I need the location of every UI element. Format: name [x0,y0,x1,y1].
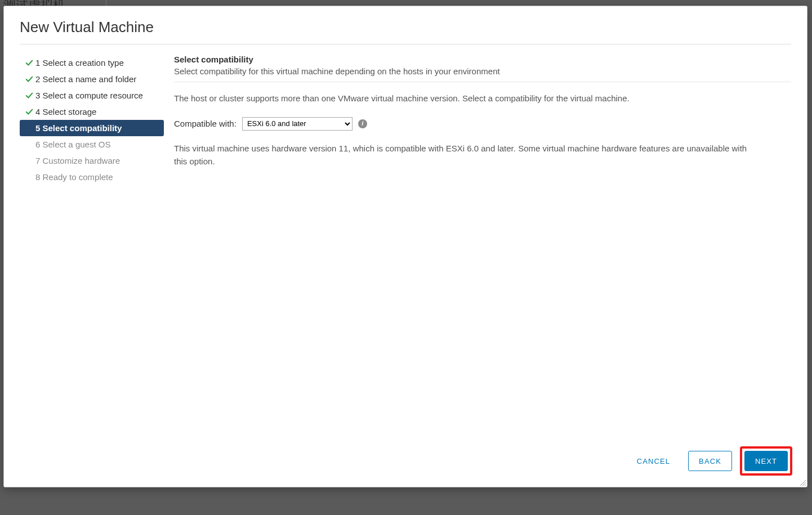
dialog-footer: CANCEL BACK NEXT [4,438,807,487]
dialog-title: New Virtual Machine [4,6,807,44]
compatibility-label: Compatible with: [174,119,237,128]
section-subheading: Select compatibility for this virtual ma… [174,66,791,76]
highlight-annotation: NEXT [740,446,792,476]
check-icon [25,92,35,100]
cancel-button[interactable]: CANCEL [627,451,680,471]
wizard-step-8: 8 Ready to complete [20,169,164,185]
step-label: 7 Customize hardware [35,156,120,165]
section-heading: Select compatibility [174,55,791,64]
compatibility-description: This virtual machine uses hardware versi… [174,142,748,168]
step-label: 6 Select a guest OS [35,140,110,149]
wizard-step-2[interactable]: 2 Select a name and folder [20,71,164,87]
step-label: 5 Select compatibility [35,123,122,133]
back-button[interactable]: BACK [688,451,732,471]
wizard-content: Select compatibility Select compatibilit… [164,44,791,438]
wizard-step-5[interactable]: 5 Select compatibility [20,120,164,136]
dialog-body: 1 Select a creation type2 Select a name … [4,44,807,438]
new-vm-dialog: New Virtual Machine 1 Select a creation … [3,6,807,487]
info-icon[interactable]: i [358,119,367,128]
intro-text: The host or cluster supports more than o… [174,92,791,105]
wizard-step-1[interactable]: 1 Select a creation type [20,55,164,71]
step-label: 2 Select a name and folder [35,74,136,84]
wizard-step-6: 6 Select a guest OS [20,136,164,153]
wizard-step-4[interactable]: 4 Select storage [20,104,164,120]
next-button[interactable]: NEXT [744,451,788,471]
step-label: 8 Ready to complete [35,172,113,182]
check-icon [25,75,35,83]
step-label: 3 Select a compute resource [35,91,143,100]
step-label: 4 Select storage [35,107,96,117]
step-label: 1 Select a creation type [35,58,124,68]
wizard-steps: 1 Select a creation type2 Select a name … [20,44,164,438]
wizard-step-3[interactable]: 3 Select a compute resource [20,87,164,104]
check-icon [25,59,35,67]
check-icon [25,108,35,116]
divider [174,82,791,82]
background-separator [106,0,106,6]
compatibility-row: Compatible with: ESXi 6.0 and later i [174,117,791,131]
wizard-step-7: 7 Customize hardware [20,153,164,169]
compatibility-select[interactable]: ESXi 6.0 and later [242,117,353,131]
